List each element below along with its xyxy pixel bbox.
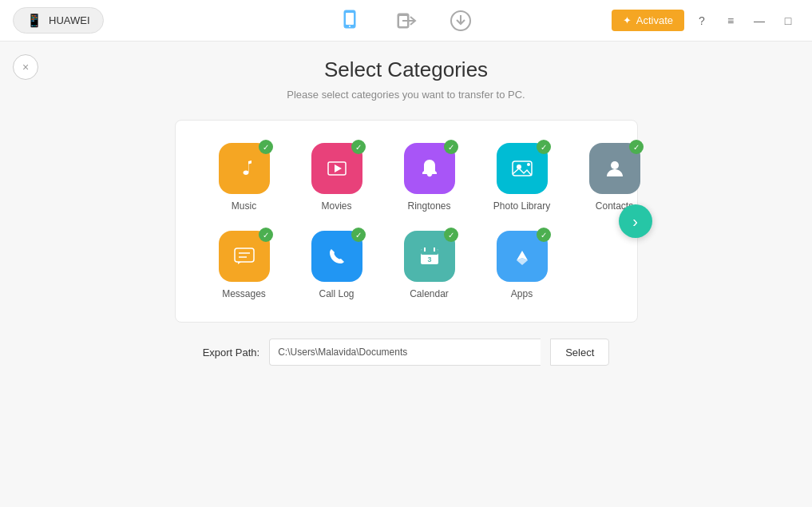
calllog-check: ✓ <box>351 228 366 242</box>
category-apps[interactable]: ✓ Apps <box>482 231 562 299</box>
apps-icon-wrap: ✓ <box>497 231 548 282</box>
messages-label: Messages <box>222 288 266 299</box>
calendar-check: ✓ <box>444 228 458 242</box>
music-label: Music <box>232 200 256 212</box>
category-calendar[interactable]: 3 ✓ Calendar <box>390 231 469 299</box>
calllog-icon-wrap: ✓ <box>311 231 362 282</box>
categories-wrapper: ✓ Music ✓ Movies <box>175 120 638 323</box>
main-content: × Select Categories Please select catego… <box>0 42 812 507</box>
export-path-input[interactable] <box>269 339 541 366</box>
call-log-label: Call Log <box>319 288 354 299</box>
ringtones-icon-wrap: ✓ <box>404 143 455 194</box>
music-check: ✓ <box>259 140 273 154</box>
activate-icon: ✦ <box>623 14 632 26</box>
category-movies[interactable]: ✓ Movies <box>297 143 377 212</box>
device-name: HUAWEI <box>49 14 90 26</box>
menu-button[interactable]: ≡ <box>719 10 742 32</box>
category-contacts[interactable]: ✓ Contacts <box>575 143 655 212</box>
ringtones-label: Ringtones <box>407 200 450 212</box>
movies-check: ✓ <box>351 140 366 154</box>
music-icon-wrap: ✓ <box>219 143 270 194</box>
restore-icon[interactable] <box>392 6 421 35</box>
svg-marker-7 <box>335 164 342 172</box>
activate-button[interactable]: ✦ Activate <box>612 10 684 31</box>
svg-rect-12 <box>235 248 254 262</box>
page-subtitle: Please select categories you want to tra… <box>287 89 525 101</box>
svg-rect-16 <box>421 249 438 255</box>
maximize-button[interactable]: □ <box>777 10 799 32</box>
device-icon: 📱 <box>26 13 42 28</box>
select-button[interactable]: Select <box>550 339 609 366</box>
photo-icon-wrap: ✓ <box>497 143 548 194</box>
svg-point-11 <box>611 161 619 169</box>
help-button[interactable]: ? <box>691 10 713 32</box>
export-row: Export Path: Select <box>203 339 610 366</box>
svg-text:3: 3 <box>427 255 431 263</box>
apps-check: ✓ <box>537 228 551 242</box>
svg-point-10 <box>527 163 530 166</box>
movies-icon-wrap: ✓ <box>311 143 362 194</box>
photo-check: ✓ <box>537 140 551 154</box>
title-center-icons <box>338 6 475 35</box>
messages-icon-wrap: ✓ <box>219 231 270 282</box>
download-icon[interactable] <box>446 6 475 35</box>
device-badge[interactable]: 📱 HUAWEI <box>13 7 104 34</box>
category-music[interactable]: ✓ Music <box>204 143 284 212</box>
title-right-controls: ✦ Activate ? ≡ — □ <box>612 10 799 32</box>
category-call-log[interactable]: ✓ Call Log <box>297 231 377 299</box>
next-button[interactable]: › <box>619 204 652 238</box>
apps-label: Apps <box>511 288 533 299</box>
minimize-button[interactable]: — <box>748 10 770 32</box>
messages-check: ✓ <box>259 228 273 242</box>
calendar-label: Calendar <box>410 288 449 299</box>
page-title: Select Categories <box>324 57 488 82</box>
contacts-check: ✓ <box>629 140 644 154</box>
movies-label: Movies <box>321 200 351 212</box>
phone-transfer-icon[interactable] <box>338 6 366 35</box>
contacts-icon-wrap: ✓ <box>589 143 640 194</box>
photo-library-label: Photo Library <box>493 200 550 212</box>
svg-rect-1 <box>346 13 354 25</box>
title-bar: 📱 HUAWEI ✦ Ac <box>0 0 812 42</box>
back-button[interactable]: × <box>13 54 38 80</box>
category-photo-library[interactable]: ✓ Photo Library <box>482 143 562 212</box>
export-path-label: Export Path: <box>203 347 260 358</box>
ringtones-check: ✓ <box>444 140 458 154</box>
svg-point-2 <box>349 26 351 27</box>
category-messages[interactable]: ✓ Messages <box>204 231 284 299</box>
category-ringtones[interactable]: ✓ Ringtones <box>390 143 469 212</box>
categories-panel: ✓ Music ✓ Movies <box>175 120 638 323</box>
calendar-icon-wrap: 3 ✓ <box>404 231 455 282</box>
